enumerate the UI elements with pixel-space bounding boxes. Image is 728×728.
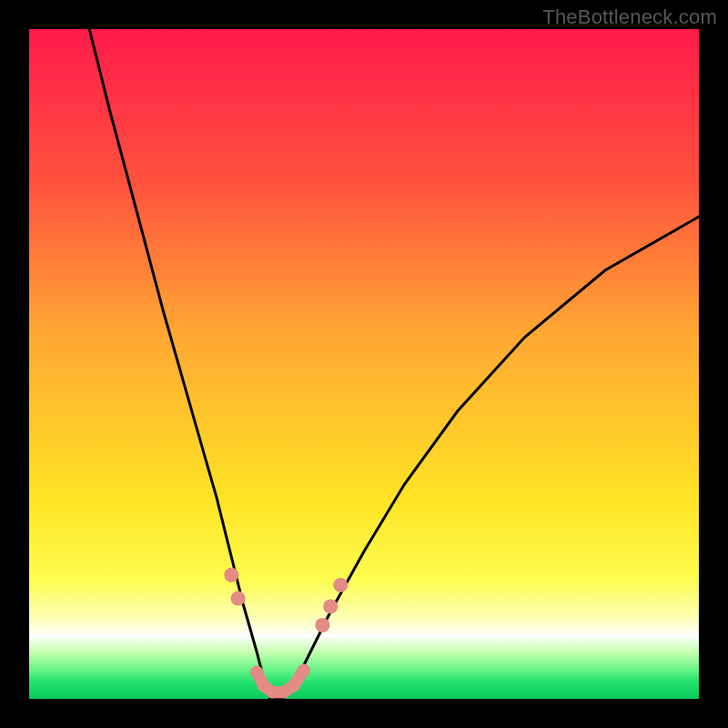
curve-markers	[224, 568, 348, 699]
curve-marker-dot	[298, 663, 310, 676]
curve-marker-dot	[323, 599, 338, 613]
watermark-text: TheBottleneck.com	[542, 5, 717, 29]
curve-marker-dot	[224, 568, 238, 582]
curve-marker-dot	[231, 592, 246, 606]
curve-marker-dot	[288, 679, 300, 692]
plot-area	[29, 29, 699, 699]
bottleneck-curve-layer	[29, 29, 699, 699]
curve-marker-dot	[250, 666, 263, 679]
bottleneck-curve	[89, 29, 699, 699]
curve-marker-dot	[266, 686, 278, 699]
chart-container: TheBottleneck.com	[0, 0, 728, 728]
curve-marker-dot	[333, 578, 348, 592]
curve-marker-dot	[315, 618, 329, 632]
